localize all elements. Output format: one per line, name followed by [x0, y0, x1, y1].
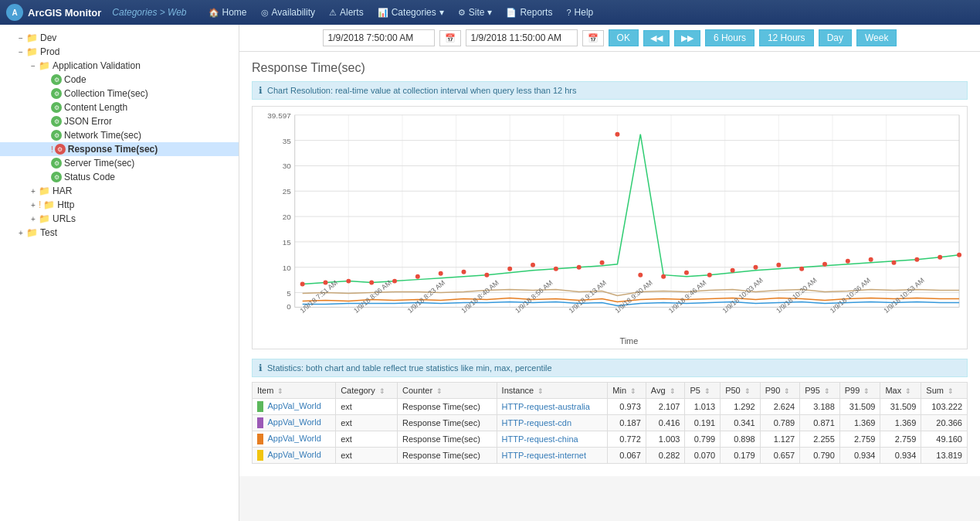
cell-sum: 20.366 [921, 415, 968, 431]
col-p99[interactable]: P99 ⇕ [839, 383, 880, 399]
appval-label: Application Validation [53, 60, 141, 71]
col-p95[interactable]: P95 ⇕ [800, 383, 840, 399]
sidebar-item-code[interactable]: ⚙ Code [0, 73, 239, 87]
item-link[interactable]: AppVal_World [267, 417, 320, 427]
network-toggle [40, 131, 51, 140]
response-label: Response Time(sec) [68, 144, 158, 155]
sidebar-item-network-time[interactable]: ⚙ Network Time(sec) [0, 128, 239, 142]
end-calendar-button[interactable]: 📅 [582, 30, 604, 46]
help-icon: ? [566, 8, 571, 17]
http-alert-icon: ! [39, 199, 41, 210]
start-calendar-button[interactable]: 📅 [439, 30, 461, 46]
sidebar-item-content-length[interactable]: ⚙ Content Length [0, 100, 239, 114]
end-date-input[interactable] [466, 29, 578, 46]
nav-availability[interactable]: ◎Availability [255, 4, 321, 21]
col-instance[interactable]: Instance ⇕ [497, 383, 608, 399]
prod-toggle[interactable]: − [15, 48, 26, 56]
item-link[interactable]: AppVal_World [267, 450, 320, 459]
collection-label: Collection Time(sec) [64, 88, 148, 99]
cell-avg: 0.416 [646, 415, 685, 431]
item-link[interactable]: AppVal_World [267, 434, 320, 443]
col-sum[interactable]: Sum ⇕ [921, 383, 968, 399]
col-item[interactable]: Item ⇕ [253, 383, 336, 399]
item-link[interactable]: AppVal_World [267, 401, 320, 410]
day-button[interactable]: Day [819, 29, 852, 46]
col-p5[interactable]: P5 ⇕ [685, 383, 721, 399]
test-folder-icon: 📁 [26, 227, 38, 238]
week-button[interactable]: Week [856, 29, 897, 46]
svg-point-39 [484, 273, 489, 278]
start-date-input[interactable] [323, 29, 435, 46]
6hours-button[interactable]: 6 Hours [705, 29, 754, 46]
nav-categories[interactable]: 📊Categories ▾ [371, 4, 450, 21]
nav-home[interactable]: 🏠Home [202, 4, 253, 21]
instance-link[interactable]: HTTP-request-australia [502, 402, 590, 411]
cell-sum: 103.222 [921, 399, 968, 415]
sidebar-item-test[interactable]: + 📁 Test [0, 226, 239, 240]
instance-link[interactable]: HTTP-request-china [502, 434, 578, 444]
chart-info-bar: ℹ Chart Resolution: real-time value at c… [252, 81, 968, 100]
appval-toggle[interactable]: − [28, 62, 39, 70]
next-next-button[interactable]: ▶▶ [674, 30, 700, 46]
svg-text:1/9/18 8:40 AM: 1/9/18 8:40 AM [459, 279, 500, 315]
svg-point-50 [731, 268, 735, 273]
12hours-button[interactable]: 12 Hours [759, 29, 814, 46]
instance-link[interactable]: HTTP-request-internet [502, 451, 586, 460]
nav-reports[interactable]: 📄Reports [500, 4, 558, 21]
cell-item: AppVal_World [253, 431, 336, 448]
col-category[interactable]: Category ⇕ [336, 383, 398, 399]
cell-sum: 49.160 [921, 431, 968, 448]
col-min[interactable]: Min ⇕ [608, 383, 646, 399]
svg-text:30: 30 [283, 162, 292, 170]
nav-help[interactable]: ?Help [560, 4, 599, 21]
sidebar-item-collection-time[interactable]: ⚙ Collection Time(sec) [0, 87, 239, 100]
col-max[interactable]: Max ⇕ [880, 383, 921, 399]
cell-max: 1.369 [880, 415, 921, 431]
nav-alerts[interactable]: ⚠Alerts [323, 4, 370, 21]
sidebar-item-json-error[interactable]: ⚙ JSON Error [0, 114, 239, 128]
sidebar-item-prod[interactable]: − 📁 Prod [0, 45, 239, 59]
sidebar-item-har[interactable]: + 📁 HAR [0, 184, 239, 198]
sidebar-item-http[interactable]: + ! 📁 Http [0, 198, 239, 212]
sidebar-item-server-time[interactable]: ⚙ Server Time(sec) [0, 156, 239, 170]
svg-text:1/9/18 8:23 AM: 1/9/18 8:23 AM [406, 279, 446, 315]
cell-p95: 3.188 [800, 399, 840, 415]
svg-text:1/9/18 10:36 AM: 1/9/18 10:36 AM [829, 276, 872, 315]
instance-link[interactable]: HTTP-request-cdn [502, 418, 571, 427]
col-p50[interactable]: P50 ⇕ [721, 383, 761, 399]
dev-toggle[interactable]: − [15, 34, 26, 43]
har-folder-icon: 📁 [39, 186, 50, 196]
content-toggle [40, 104, 51, 112]
status-toggle [40, 173, 51, 182]
svg-point-56 [869, 257, 873, 262]
dev-label: Dev [40, 32, 56, 43]
cell-p5: 0.191 [685, 415, 721, 431]
col-p90[interactable]: P90 ⇕ [760, 383, 800, 399]
col-avg[interactable]: Avg ⇕ [646, 383, 685, 399]
har-toggle[interactable]: + [28, 187, 39, 196]
table-row: AppVal_World ext Response Time(sec) HTTP… [253, 448, 968, 464]
cell-p50: 0.179 [721, 448, 761, 464]
svg-text:20: 20 [283, 213, 292, 221]
cell-item: AppVal_World [253, 399, 336, 415]
table-row: AppVal_World ext Response Time(sec) HTTP… [253, 415, 968, 431]
cell-max: 2.759 [880, 431, 921, 448]
cell-category: ext [336, 448, 398, 464]
sidebar-item-status-code[interactable]: ⚙ Status Code [0, 170, 239, 184]
json-label: JSON Error [64, 116, 112, 127]
nav-site[interactable]: ⚙Site ▾ [452, 4, 499, 21]
ok-button[interactable]: OK [609, 29, 639, 46]
prev-prev-button[interactable]: ◀◀ [643, 30, 670, 46]
http-toggle[interactable]: + [28, 201, 39, 209]
cell-counter: Response Time(sec) [397, 448, 497, 464]
sidebar-item-response-time[interactable]: ! ⚙ Response Time(sec) [0, 142, 239, 156]
col-counter[interactable]: Counter ⇕ [397, 383, 497, 399]
cell-avg: 1.003 [646, 431, 685, 448]
test-toggle[interactable]: + [15, 229, 26, 237]
cell-p99: 1.369 [839, 415, 880, 431]
sidebar-item-dev[interactable]: − 📁 Dev [0, 31, 239, 45]
sidebar-item-appval[interactable]: − 📁 Application Validation [0, 59, 239, 73]
urls-toggle[interactable]: + [28, 215, 39, 223]
svg-point-58 [914, 257, 919, 262]
sidebar-item-urls[interactable]: + 📁 URLs [0, 212, 239, 226]
